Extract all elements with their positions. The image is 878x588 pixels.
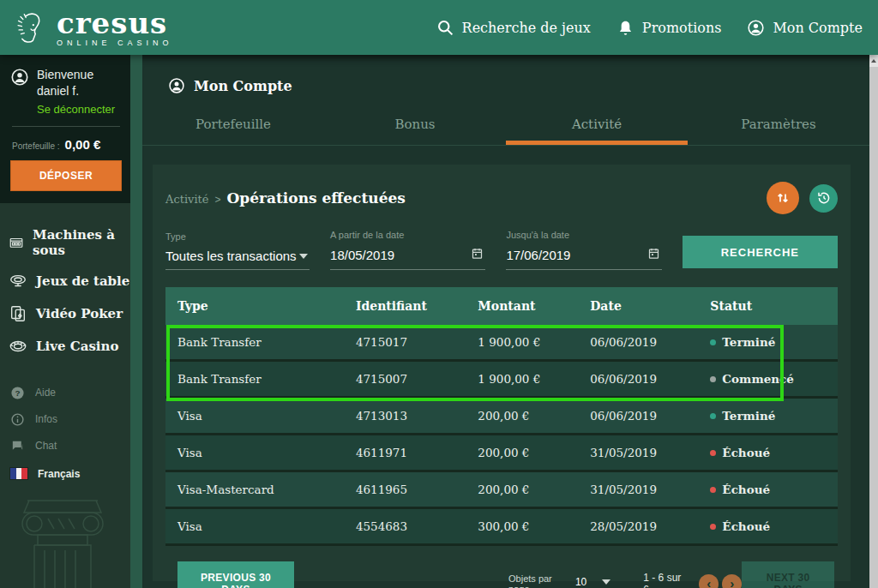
nav-promotions[interactable]: Promotions bbox=[616, 19, 722, 37]
search-button[interactable]: RECHERCHE bbox=[683, 236, 838, 268]
status-dot bbox=[710, 487, 716, 493]
next-page-button[interactable]: › bbox=[722, 574, 742, 588]
account-icon bbox=[747, 19, 765, 37]
cresus-logo[interactable]: cresus ONLINE CASINO bbox=[10, 8, 173, 47]
status-label: Terminé bbox=[722, 409, 775, 423]
breadcrumb-separator: > bbox=[214, 194, 220, 206]
cell-montant: 1 900,00 € bbox=[478, 335, 590, 349]
tab-activite[interactable]: Activité bbox=[506, 110, 688, 145]
cell-montant: 300,00 € bbox=[478, 519, 590, 533]
nav-search-label: Recherche de jeux bbox=[462, 20, 591, 36]
info-icon bbox=[10, 412, 25, 427]
sec-label: Infos bbox=[35, 413, 57, 425]
sidebar-user-block: Bienvenue daniel f. Se déconnecter Porte… bbox=[0, 55, 130, 203]
history-icon bbox=[816, 190, 832, 206]
sec-label: Aide bbox=[35, 387, 56, 399]
status-dot bbox=[710, 339, 716, 345]
sidebar-item-machines-a-sous[interactable]: Machines à sous bbox=[9, 220, 130, 265]
sidebar-item-chat[interactable]: Chat bbox=[10, 433, 130, 459]
account-header: Mon Compte bbox=[142, 55, 869, 94]
col-header-type: Type bbox=[177, 299, 356, 313]
cell-date: 06/06/2019 bbox=[590, 335, 710, 349]
french-flag-icon bbox=[10, 468, 27, 479]
logo-subtitle: ONLINE CASINO bbox=[57, 39, 173, 47]
sidebar-item-video-poker[interactable]: Vidéo Poker bbox=[9, 297, 130, 330]
bell-icon bbox=[616, 19, 634, 37]
logout-link[interactable]: Se déconnecter bbox=[37, 103, 115, 116]
sidebar-item-jeux-de-table[interactable]: Jeux de table bbox=[9, 265, 130, 297]
calendar-icon bbox=[647, 247, 660, 260]
account-tabs: Portefeuille Bonus Activité Paramètres bbox=[142, 110, 869, 146]
cell-identifiant: 4611965 bbox=[356, 483, 478, 496]
scroll-up-button[interactable] bbox=[869, 55, 878, 67]
tab-bonus[interactable]: Bonus bbox=[324, 110, 506, 145]
cell-statut: Échoué bbox=[710, 519, 838, 533]
status-dot bbox=[710, 376, 716, 382]
table-row[interactable]: Bank Transfer 4715007 1 900,00 € 06/06/2… bbox=[165, 362, 838, 399]
language-selector[interactable]: Français bbox=[0, 459, 130, 480]
cell-date: 31/05/2019 bbox=[590, 483, 710, 496]
date-to-input[interactable]: Jusqu'à la date 17/06/2019 bbox=[506, 230, 661, 270]
sidebar-item-live-casino[interactable]: Live Casino bbox=[9, 330, 130, 363]
sidebar-item-aide[interactable]: ? Aide bbox=[10, 380, 130, 406]
breadcrumb-section[interactable]: Activité bbox=[165, 193, 208, 206]
per-page-value: 10 bbox=[575, 576, 586, 588]
cell-montant: 1 900,00 € bbox=[478, 372, 590, 386]
table-row[interactable]: Visa 4554683 300,00 € 28/05/2019 Échoué bbox=[165, 509, 838, 546]
type-select[interactable]: Type Toutes les transactions bbox=[165, 231, 310, 270]
table-row[interactable]: Visa-Mastercard 4611965 200,00 € 31/05/2… bbox=[165, 472, 838, 509]
nav-mon-compte[interactable]: Mon Compte bbox=[747, 19, 863, 37]
cell-date: 28/05/2019 bbox=[590, 519, 710, 533]
cell-type: Visa bbox=[177, 519, 356, 533]
activity-panel: Activité > Opérations effectuées bbox=[153, 165, 851, 581]
menu-label: Jeux de table bbox=[36, 273, 129, 289]
cell-montant: 200,00 € bbox=[478, 483, 590, 496]
cell-statut: Commencé bbox=[710, 372, 838, 386]
table-row[interactable]: Bank Transfer 4715017 1 900,00 € 06/06/2… bbox=[165, 325, 838, 362]
table-row[interactable]: Visa 4611971 200,00 € 31/05/2019 Échoué bbox=[165, 435, 838, 472]
next-30-days-button[interactable]: NEXT 30 DAYS bbox=[742, 561, 834, 588]
col-header-identifiant: Identifiant bbox=[356, 299, 478, 313]
history-button[interactable] bbox=[809, 184, 838, 213]
table-row[interactable]: Visa 4713013 200,00 € 06/06/2019 Terminé bbox=[165, 399, 838, 435]
tab-portefeuille[interactable]: Portefeuille bbox=[142, 110, 324, 145]
previous-page-button[interactable]: ‹ bbox=[699, 574, 719, 588]
filter-bar: Type Toutes les transactions A partir de… bbox=[165, 226, 838, 287]
status-dot bbox=[710, 524, 716, 530]
nav-search-games[interactable]: Recherche de jeux bbox=[436, 19, 591, 37]
page-background-strip bbox=[130, 55, 142, 588]
language-label: Français bbox=[38, 468, 80, 480]
per-page-label: Objets par page bbox=[508, 573, 565, 588]
cell-type: Bank Transfer bbox=[177, 335, 356, 349]
type-value: Toutes les transactions bbox=[165, 249, 297, 263]
status-dot bbox=[710, 413, 716, 419]
chevron-left-icon: ‹ bbox=[707, 577, 711, 588]
cell-identifiant: 4715017 bbox=[356, 335, 478, 349]
status-label: Échoué bbox=[722, 519, 770, 533]
sidebar-item-infos[interactable]: Infos bbox=[10, 406, 130, 433]
menu-label: Vidéo Poker bbox=[36, 306, 123, 321]
table-header-row: Type Identifiant Montant Date Statut bbox=[165, 287, 838, 325]
breadcrumb-page: Opérations effectuées bbox=[227, 189, 406, 207]
sidebar: Bienvenue daniel f. Se déconnecter Porte… bbox=[0, 55, 130, 588]
wallet-balance: Portefeuille : 0,00 € bbox=[10, 137, 122, 160]
vertical-scrollbar[interactable] bbox=[869, 55, 878, 588]
breadcrumb: Activité > Opérations effectuées bbox=[165, 189, 406, 207]
previous-30-days-button[interactable]: PREVIOUS 30 DAYS bbox=[177, 561, 294, 588]
sec-label: Chat bbox=[35, 440, 57, 452]
date-to-value: 17/06/2019 bbox=[506, 248, 570, 262]
per-page-select[interactable]: 10 bbox=[574, 576, 612, 588]
menu-label: Machines à sous bbox=[33, 227, 130, 258]
cell-identifiant: 4554683 bbox=[356, 519, 478, 533]
cell-date: 31/05/2019 bbox=[590, 446, 710, 459]
swap-vertical-icon bbox=[775, 190, 791, 206]
cell-identifiant: 4715007 bbox=[356, 372, 478, 386]
deposit-button[interactable]: DÉPOSER bbox=[10, 160, 122, 191]
cell-type: Bank Transfer bbox=[177, 372, 356, 386]
table-footer: PREVIOUS 30 DAYS Objets par page 10 1 - … bbox=[165, 546, 838, 588]
tab-parametres[interactable]: Paramètres bbox=[688, 110, 869, 145]
date-from-input[interactable]: A partir de la date 18/05/2019 bbox=[330, 230, 485, 270]
sort-transactions-button[interactable] bbox=[767, 182, 799, 214]
menu-label: Live Casino bbox=[36, 339, 118, 354]
table-games-icon bbox=[9, 272, 27, 291]
